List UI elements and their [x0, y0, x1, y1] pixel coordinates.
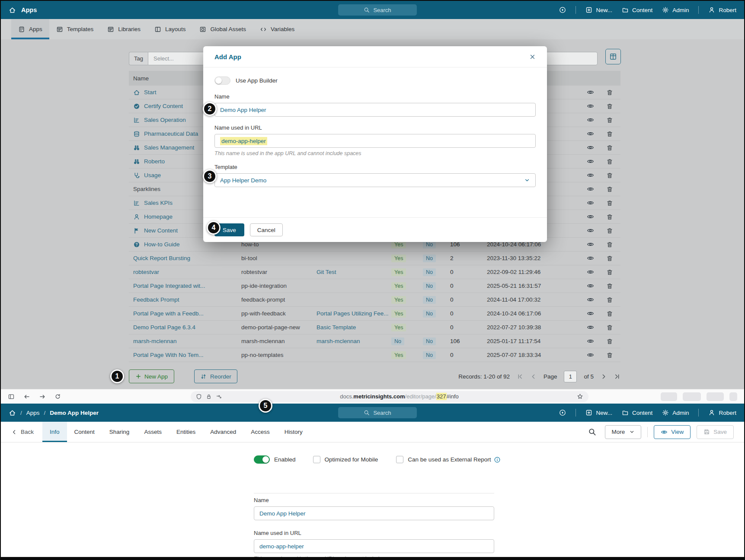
new-app-button[interactable]: New App: [129, 369, 174, 383]
discover-icon[interactable]: [559, 6, 566, 13]
delete-icon[interactable]: [599, 283, 620, 290]
app-name-link[interactable]: Demo Portal Page 6.3.4: [133, 324, 195, 331]
delete-icon[interactable]: [599, 172, 620, 179]
column-settings-button[interactable]: [605, 49, 621, 64]
app-name-link[interactable]: marsh-mclennan: [133, 338, 177, 344]
delete-icon[interactable]: [599, 352, 620, 359]
view-icon[interactable]: [582, 144, 599, 151]
nav-robert[interactable]: Robert: [708, 409, 736, 416]
tab-layouts[interactable]: Layouts: [147, 19, 192, 39]
app-name-link[interactable]: How-to Guide: [144, 241, 180, 248]
delete-icon[interactable]: [599, 255, 620, 262]
app-name-link[interactable]: Portal Page With No Tem...: [133, 352, 204, 358]
nav-admin[interactable]: Admin: [662, 409, 689, 416]
reorder-button[interactable]: Reorder: [194, 369, 237, 383]
app-name-link[interactable]: Quick Report Bursting: [133, 255, 190, 261]
delete-icon[interactable]: [599, 213, 620, 220]
tab-history[interactable]: History: [277, 422, 310, 442]
enabled-toggle[interactable]: [254, 455, 270, 464]
delete-icon[interactable]: [599, 158, 620, 165]
view-icon[interactable]: [582, 324, 599, 331]
search-icon[interactable]: [588, 428, 596, 436]
nav-content[interactable]: Content: [622, 409, 652, 416]
tab-templates[interactable]: Templates: [49, 19, 101, 39]
view-button[interactable]: View: [654, 425, 691, 439]
view-icon[interactable]: [582, 255, 599, 262]
tab-variables[interactable]: Variables: [253, 19, 301, 39]
use-app-builder-toggle[interactable]: [214, 76, 230, 85]
delete-icon[interactable]: [599, 227, 620, 234]
delete-icon[interactable]: [599, 296, 620, 303]
forward-icon[interactable]: [39, 393, 46, 400]
app-template-link[interactable]: Git Test: [317, 269, 391, 275]
breadcrumb-section[interactable]: Apps: [26, 410, 40, 416]
delete-icon[interactable]: [599, 200, 620, 207]
view-icon[interactable]: [582, 89, 599, 96]
back-button[interactable]: Back: [11, 422, 34, 442]
app-name-link[interactable]: Sparklines: [133, 186, 160, 192]
app-name-link[interactable]: Pharmaceutical Data: [144, 130, 198, 137]
nav-new[interactable]: New...: [585, 409, 612, 416]
delete-icon[interactable]: [599, 241, 620, 248]
app-template-link[interactable]: Basic Template: [317, 324, 391, 331]
cancel-button[interactable]: Cancel: [250, 223, 283, 236]
nav-admin[interactable]: Admin: [662, 6, 689, 13]
external-report-checkbox[interactable]: [396, 456, 403, 463]
delete-icon[interactable]: [599, 310, 620, 317]
tab-sharing[interactable]: Sharing: [102, 422, 137, 442]
nav-content[interactable]: Content: [622, 6, 652, 13]
tab-access[interactable]: Access: [243, 422, 277, 442]
url-name-input[interactable]: demo-app-helper: [254, 539, 494, 553]
view-icon[interactable]: [582, 158, 599, 165]
app-name-link[interactable]: Roberto: [144, 158, 165, 165]
tab-advanced[interactable]: Advanced: [203, 422, 243, 442]
bookmark-star-icon[interactable]: [577, 393, 583, 400]
delete-icon[interactable]: [599, 89, 620, 96]
app-name-link[interactable]: Sales Management: [144, 144, 194, 151]
app-name-link[interactable]: New Content: [144, 227, 178, 234]
view-icon[interactable]: [582, 337, 599, 345]
back-icon[interactable]: [23, 393, 30, 400]
delete-icon[interactable]: [599, 117, 620, 124]
more-button[interactable]: More: [605, 425, 641, 439]
page-number-input[interactable]: 1: [564, 371, 577, 382]
app-name-link[interactable]: Certify Content: [144, 103, 183, 109]
first-page-icon[interactable]: [517, 373, 523, 380]
close-icon[interactable]: [529, 54, 536, 60]
sidebar-toggle-icon[interactable]: [8, 393, 15, 400]
url-name-input[interactable]: demo-app-helper: [214, 134, 536, 148]
view-icon[interactable]: [582, 130, 599, 137]
tab-entities[interactable]: Entities: [169, 422, 203, 442]
view-icon[interactable]: [582, 116, 599, 124]
app-name-link[interactable]: Sales Operation: [144, 117, 186, 123]
address-bar[interactable]: docs.metricinsights.com/editor/page/327#…: [191, 391, 588, 402]
reload-icon[interactable]: [54, 393, 61, 400]
delete-icon[interactable]: [599, 324, 620, 331]
app-name-link[interactable]: robtestvar: [133, 269, 159, 275]
app-name-link[interactable]: Usage: [144, 172, 161, 178]
tab-assets[interactable]: Assets: [137, 422, 169, 442]
delete-icon[interactable]: [599, 338, 620, 345]
tab-apps[interactable]: Apps: [11, 19, 49, 39]
view-icon[interactable]: [582, 296, 599, 303]
view-icon[interactable]: [582, 282, 599, 290]
nav-robert[interactable]: Robert: [708, 6, 736, 13]
last-page-icon[interactable]: [614, 373, 620, 380]
save-button-disabled[interactable]: Save: [697, 425, 734, 439]
template-select[interactable]: App Helper Demo: [214, 173, 536, 187]
delete-icon[interactable]: [599, 130, 620, 137]
delete-icon[interactable]: [599, 103, 620, 110]
tab-global-assets[interactable]: Global Assets: [192, 19, 253, 39]
view-icon[interactable]: [582, 172, 599, 179]
app-name-link[interactable]: Portal Page with a Feedb...: [133, 310, 204, 317]
info-icon[interactable]: [494, 456, 501, 463]
delete-icon[interactable]: [599, 186, 620, 193]
global-search-input[interactable]: Search: [338, 407, 417, 418]
app-name-link[interactable]: Sales KPIs: [144, 200, 173, 206]
app-name-input[interactable]: Demo App Helper: [214, 103, 536, 117]
nav-new[interactable]: New...: [585, 6, 612, 13]
app-name-input[interactable]: Demo App Helper: [254, 506, 494, 520]
view-icon[interactable]: [582, 199, 599, 207]
view-icon[interactable]: [582, 310, 599, 317]
app-template-link[interactable]: marsh-mclennan: [317, 338, 391, 344]
